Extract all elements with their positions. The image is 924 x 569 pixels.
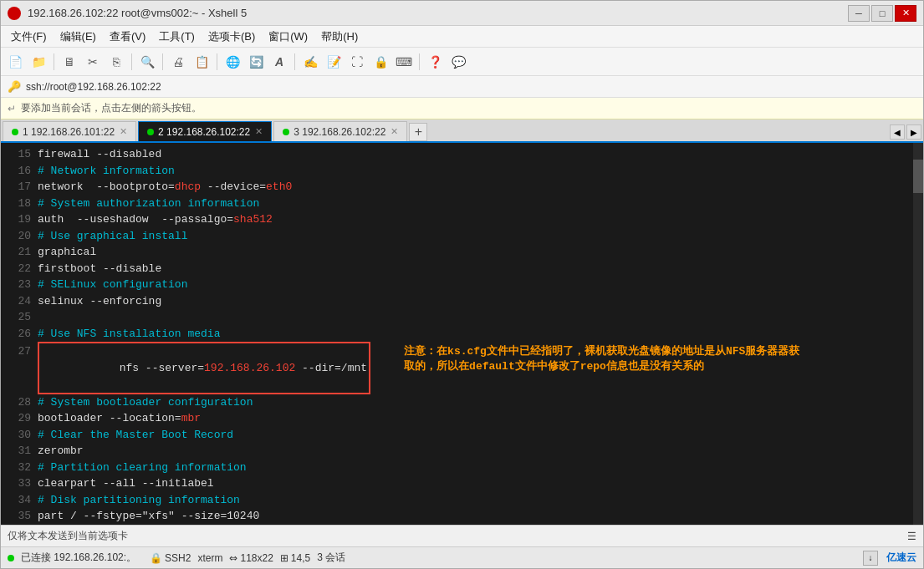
line-number-25: 25 [8,309,31,326]
line-number-23: 23 [8,277,31,293]
tab-close-1[interactable]: ✕ [120,126,127,137]
sessions-label: 3 会话 [317,551,345,565]
search-button[interactable]: 🔍 [136,52,158,72]
line-content-20: # Use graphical install [38,228,187,245]
line-number-21: 21 [8,244,31,261]
globe-button[interactable]: 🌐 [222,52,243,72]
terminal[interactable]: 15 firewall --disabled 16 # Network info… [1,143,923,525]
line-number-20: 20 [8,228,31,245]
terminal-line-34: 34 # Disk partitioning information [8,492,916,509]
line-content-27c: --dir=/mnt [295,362,367,374]
tab-2[interactable]: 2 192.168.26.102:22 ✕ [138,121,272,141]
new-session-button[interactable]: 📄 [4,52,26,72]
tab-dot-2 [147,129,154,135]
menu-help[interactable]: 帮助(H) [314,28,365,46]
connection-status-dot [8,555,14,561]
line-col-label: 14,5 [291,552,310,564]
term-label: xterm [197,552,222,564]
line-content-17d: eth0 [266,179,292,196]
window-controls: ─ □ ✕ [848,5,916,22]
scrollbar-thumb[interactable] [913,160,923,193]
minimize-button[interactable]: ─ [848,5,870,22]
terminal-line-32: 32 # Partition clearing information [8,460,916,476]
line-content-22: firstboot --disable [38,261,161,277]
chat-button[interactable]: 💬 [447,52,469,72]
toolbar-sep-3 [162,53,163,70]
line-content-32: # Partition clearing information [38,460,247,476]
new-tab-button[interactable]: + [409,123,427,141]
tab-1[interactable]: 1 192.168.26.101:22 ✕ [3,121,136,141]
expand-icon[interactable]: ☰ [907,531,916,542]
terminal-line-18: 18 # System authorization information [8,196,916,212]
line-content-17a: network --bootproto= [38,179,175,196]
terminal-line-19: 19 auth --useshadow --passalgo=sha512 [8,211,916,228]
address-text: ssh://root@192.168.26.102:22 [26,81,161,93]
line-number-33: 33 [8,475,31,492]
scrollbar[interactable] [913,143,923,525]
terminal-line-17: 17 network --bootproto=dhcp --device=eth… [8,179,916,196]
tab-prev-button[interactable]: ◀ [890,124,905,140]
position-indicator: ⊞ 14,5 [280,552,310,564]
compose-button[interactable]: ✍ [299,52,321,72]
line-number-15: 15 [8,146,31,163]
globe2-button[interactable]: 🔄 [245,52,267,72]
print-button[interactable]: 🖨 [167,52,189,72]
open-button[interactable]: 📁 [28,52,49,72]
keyboard-button[interactable]: ⌨ [393,52,415,72]
terminal-line-22: 22 firstboot --disable [8,261,916,277]
size-indicator: ⇔ 118x22 [229,552,273,564]
menu-file[interactable]: 文件(F) [4,28,54,46]
download-button[interactable]: ↓ [863,551,878,566]
ssh-icon: 🔑 [8,80,21,93]
line-content-18: # System authorization information [38,196,259,212]
maximize-button[interactable]: □ [871,5,893,22]
line-content-27b: 192.168.26.102 [204,362,295,374]
terminal-line-33: 33 clearpart --all --initlabel [8,475,916,492]
terminal-line-31: 31 zerombr [8,443,916,460]
tab-close-2[interactable]: ✕ [255,126,263,137]
script-button[interactable]: 📝 [323,52,345,72]
send-text-label: 仅将文本发送到当前选项卡 [8,529,128,543]
position-icon: ⊞ [280,552,288,564]
tab-3[interactable]: 3 192.168.26.102:22 ✕ [273,121,407,141]
tab-close-3[interactable]: ✕ [391,126,398,137]
resize-icon: ⇔ [229,552,237,564]
toolbar-sep-5 [294,53,295,70]
line-content-16: # Network information [38,163,175,180]
close-button[interactable]: ✕ [895,5,916,22]
line-content-33: clearpart --all --initlabel [38,475,214,492]
help-button[interactable]: ❓ [424,52,446,72]
terminal-line-21: 21 graphical [8,244,916,261]
send-text-bar: 仅将文本发送到当前选项卡 ☰ [1,525,923,546]
line-number-28: 28 [8,394,31,411]
tab-next-button[interactable]: ▶ [906,124,921,140]
menu-tools[interactable]: 工具(T) [152,28,202,46]
terminal-line-20: 20 # Use graphical install [8,228,916,245]
line-content-28: # System bootloader configuration [38,394,253,411]
font-button[interactable]: A [268,52,290,72]
session-manager-button[interactable]: 🖥 [59,52,80,72]
terminal-line-26: 26 # Use NFS installation media [8,326,916,343]
menu-tab[interactable]: 选项卡(B) [202,28,262,46]
toolbar-sep-4 [217,53,217,70]
line-number-30: 30 [8,427,31,444]
cut-button[interactable]: ✂ [82,52,104,72]
terminal-line-23: 23 # SELinux configuration [8,277,916,293]
terminal-line-27: 27 nfs --server=192.168.26.102 --dir=/mn… [8,342,916,394]
fullscreen-button[interactable]: ⛶ [346,52,368,72]
print2-button[interactable]: 📋 [191,52,212,72]
annotation-text: 注意：在ks.cfg文件中已经指明了，裸机获取光盘镜像的地址是从NFS服务器器获… [404,344,805,374]
lock-button[interactable]: 🔒 [370,52,391,72]
toolbar: 📄 📁 🖥 ✂ ⎘ 🔍 🖨 📋 🌐 🔄 A ✍ 📝 ⛶ 🔒 ⌨ ❓ 💬 [1,48,923,76]
menu-view[interactable]: 查看(V) [103,28,152,46]
tab-label-3: 3 192.168.26.102:22 [294,126,385,138]
terminal-line-35: 35 part / --fstype="xfs" --size=10240 [8,508,916,521]
tab-label-1: 1 192.168.26.101:22 [23,126,115,138]
menu-window[interactable]: 窗口(W) [262,28,314,46]
line-content-15: firewall --disabled [38,146,161,163]
terminal-line-30: 30 # Clear the Master Boot Record [8,427,916,444]
ssh-label: SSH2 [165,552,191,564]
copy-button[interactable]: ⎘ [105,52,127,72]
line-content-34: # Disk partitioning information [38,492,240,509]
menu-edit[interactable]: 编辑(E) [54,28,103,46]
